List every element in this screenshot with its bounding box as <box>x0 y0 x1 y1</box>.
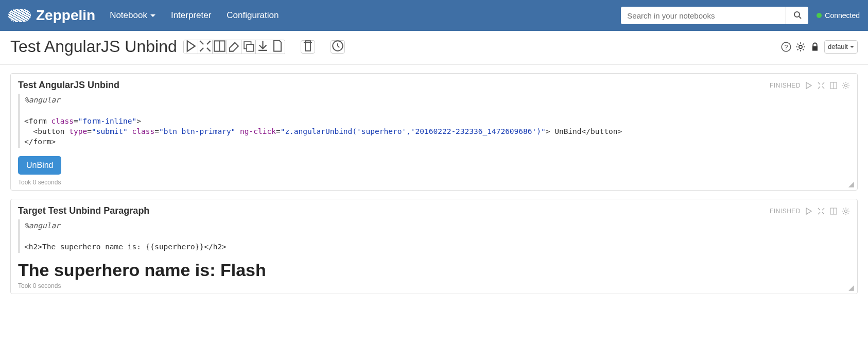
svg-text:?: ? <box>784 44 788 51</box>
caret-down-icon <box>150 14 155 17</box>
trash-icon <box>301 39 315 54</box>
svg-line-1 <box>799 16 801 19</box>
svg-point-15 <box>845 84 847 87</box>
clone-button[interactable] <box>241 40 256 54</box>
hide-code-button[interactable] <box>198 40 213 54</box>
navbar: Zeppelin Notebook Interpreter Configurat… <box>0 0 868 31</box>
output-heading: The superhero name is: Flash <box>18 260 850 280</box>
titlebar: Test AngularJS Unbind ? default <box>0 31 868 65</box>
paragraph-status: FINISHED <box>770 82 801 89</box>
timing-text: Took 0 seconds <box>18 282 850 289</box>
svg-point-10 <box>799 45 802 48</box>
nav-notebook[interactable]: Notebook <box>110 10 155 21</box>
settings-button[interactable] <box>842 207 850 215</box>
delete-button[interactable] <box>301 40 315 54</box>
clear-output-button[interactable] <box>227 40 241 54</box>
nav-configuration-label: Configuration <box>227 10 279 21</box>
right-controls: ? default <box>781 40 858 54</box>
connection-status: Connected <box>817 11 860 20</box>
run-all-button[interactable] <box>184 40 198 54</box>
clock-icon <box>331 39 344 54</box>
svg-rect-11 <box>812 46 818 50</box>
svg-rect-6 <box>247 44 254 52</box>
mode-select[interactable]: default <box>824 40 858 54</box>
copy-icon <box>241 40 255 54</box>
mode-label: default <box>828 43 848 50</box>
export-button[interactable] <box>256 40 270 54</box>
svg-point-0 <box>794 12 800 17</box>
file-icon <box>270 40 285 54</box>
paragraph: Test AngularJS Unbind FINISHED %angular … <box>10 73 858 191</box>
zeppelin-logo-icon <box>8 9 31 22</box>
hide-output-button[interactable] <box>829 207 838 215</box>
unbind-button[interactable]: UnBind <box>18 156 61 175</box>
hide-editor-button[interactable] <box>817 207 825 215</box>
hide-output-button[interactable] <box>829 81 838 90</box>
run-button[interactable] <box>805 207 813 215</box>
version-button[interactable] <box>270 40 285 54</box>
search-icon <box>793 11 802 21</box>
run-button[interactable] <box>805 81 813 90</box>
brand[interactable]: Zeppelin <box>8 7 95 24</box>
download-icon <box>256 40 270 54</box>
search-group <box>621 7 808 24</box>
resize-handle[interactable]: ◢ <box>848 180 854 188</box>
paragraph-actions <box>805 81 850 90</box>
collapse-icon <box>198 40 212 54</box>
lock-button[interactable] <box>810 42 820 52</box>
paragraph-title[interactable]: Target Test Unbind Paragraph <box>18 206 149 216</box>
resize-handle[interactable]: ◢ <box>848 283 854 292</box>
nav-interpreter-label: Interpreter <box>171 10 211 21</box>
eraser-icon <box>227 40 241 54</box>
svg-point-19 <box>845 210 847 212</box>
svg-marker-2 <box>187 41 195 51</box>
scheduler-button[interactable] <box>331 40 345 54</box>
nav-configuration[interactable]: Configuration <box>227 10 279 21</box>
search-input[interactable] <box>621 7 786 24</box>
paragraph: Target Test Unbind Paragraph FINISHED %a… <box>10 199 858 294</box>
paragraph-status: FINISHED <box>770 208 801 215</box>
paragraph-title[interactable]: Test AngularJS Unbind <box>18 80 119 91</box>
settings-button[interactable] <box>842 81 850 90</box>
toolbar-group <box>183 40 285 54</box>
nav-notebook-label: Notebook <box>110 10 147 21</box>
notebook-title[interactable]: Test AngularJS Unbind <box>10 37 177 56</box>
svg-marker-12 <box>806 82 811 89</box>
hide-editor-button[interactable] <box>817 81 825 90</box>
caret-down-icon <box>850 46 854 48</box>
code-editor[interactable]: %angular <h2>The superhero name is: {{su… <box>18 219 850 253</box>
hide-output-button[interactable] <box>213 40 227 54</box>
book-icon <box>213 40 227 54</box>
svg-marker-16 <box>806 208 811 214</box>
play-icon <box>184 40 198 54</box>
brand-name: Zeppelin <box>36 7 95 24</box>
nav-interpreter[interactable]: Interpreter <box>171 10 211 21</box>
status-dot-icon <box>817 13 822 18</box>
timing-text: Took 0 seconds <box>18 179 850 186</box>
code-editor[interactable]: %angular <form class="form-inline"> <but… <box>18 94 850 148</box>
search-button[interactable] <box>786 7 808 24</box>
paragraph-actions <box>805 207 850 215</box>
help-button[interactable]: ? <box>781 42 791 52</box>
settings-button[interactable] <box>795 42 806 52</box>
connected-label: Connected <box>825 11 860 20</box>
